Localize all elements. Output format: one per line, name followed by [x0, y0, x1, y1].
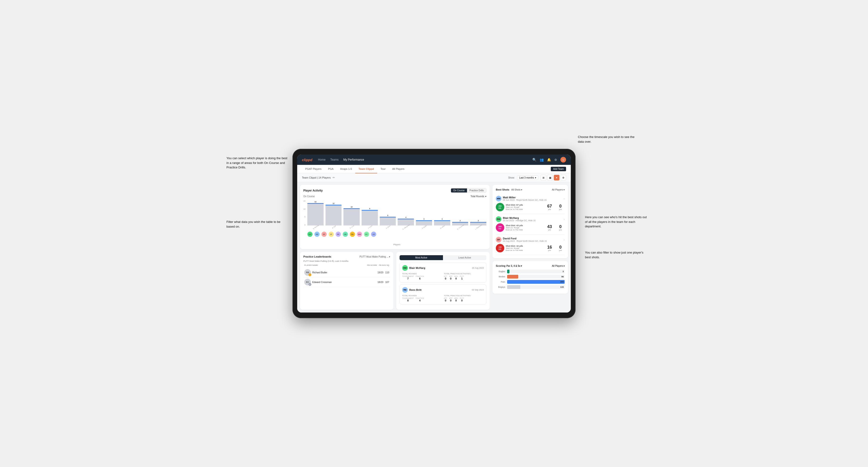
eagles-val: 3	[563, 270, 564, 273]
stats-sub-row-acts-2: GTT 0 APP 0	[444, 298, 484, 302]
course-toggle-group: On Course Practice Drills	[451, 188, 486, 193]
chevron-down-icon: ▾	[521, 188, 522, 191]
all-shots-dropdown[interactable]: All Shots ▾	[511, 188, 522, 191]
annotation-top-right: Choose the timescale you wish to see the…	[578, 135, 637, 144]
page-wrapper: Choose the timescale you wish to see the…	[292, 149, 576, 318]
stats-arg-2: ARG 0	[454, 298, 458, 302]
lb-player-2: EC 2 Edward Crossman	[304, 279, 375, 285]
annotation-left-top: You can select which player is doing the…	[226, 156, 288, 170]
tab-hcaps[interactable]: Hcaps 1-5	[337, 165, 355, 173]
shot-stats-2: 200SG Shot Dist: 43 yds Start Lie: Rough…	[496, 223, 565, 232]
shot-player-name-1: Matt Miller	[503, 196, 547, 199]
bell-icon[interactable]: 🔔	[547, 158, 551, 161]
lb-dropdown[interactable]: PUTT Must Make Putting ... ▾	[360, 255, 390, 258]
practice-drills-toggle[interactable]: Practice Drills	[467, 188, 486, 192]
all-players-dropdown[interactable]: All Players ▾	[552, 188, 565, 191]
active-player-header-1: BM Blair McHarg 26 Aug 2023	[402, 265, 484, 271]
scoring-bar-birdies: Birdies 96	[496, 275, 565, 279]
tab-all-players[interactable]: All Players	[389, 165, 408, 173]
chevron-down-icon: ▾	[535, 177, 536, 179]
shot-player-detail-2: 23 Jul 2023 · Aldridge GC, Hole 15	[503, 219, 536, 222]
scoring-players-dropdown[interactable]: All Players ▾	[552, 264, 565, 267]
bar-chart: 15 10 5 0 13 12	[303, 199, 486, 246]
all-players-label: All Players	[552, 188, 563, 191]
stats-tournament-2: Tournament 8	[402, 298, 414, 302]
tab-team-clippd[interactable]: Team Clippd	[355, 165, 377, 173]
bar-col-bm: 13	[307, 201, 323, 225]
on-course-toggle[interactable]: On Course	[451, 188, 467, 192]
eagles-bar-bg: 3	[507, 270, 565, 273]
scoring-bar-bogeys: Bogeys 115	[496, 285, 565, 289]
add-team-button[interactable]: Add Team	[551, 167, 566, 171]
lb-row-2[interactable]: EC 2 Edward Crossman 18/20 107	[303, 277, 390, 287]
shot-metric-unit-2: yds	[545, 229, 555, 231]
best-shots-header: Best Shots All Shots ▾ All Players ▾	[496, 188, 565, 191]
eagles-bar-fill	[507, 270, 509, 273]
bars-row: 13 12 10 9 5 4	[307, 199, 486, 225]
bogeys-label: Bogeys	[496, 286, 505, 288]
chart-metric-dropdown[interactable]: Total Rounds ▾	[470, 195, 486, 198]
gtt-label-2: GTT	[444, 298, 447, 299]
bar-highlight	[326, 205, 342, 206]
shot-info-1: Shot Dist: 67 yds Start Lie: Rough End L…	[506, 204, 543, 210]
shot-badge-3: 198SG	[496, 244, 504, 252]
lb-avatar-2: EC 2	[304, 279, 311, 285]
chevron-right-icon-3: ›	[563, 238, 565, 242]
practice-leaderboards-card: Practice Leaderboards PUTT Must Make Put…	[300, 252, 394, 310]
shot-dist-1: Shot Dist: 67 yds	[506, 204, 543, 206]
stats-tournament-1: Tournament 7	[402, 276, 414, 280]
shot-row-2[interactable]: BM Blair McHarg 23 Jul 2023 · Aldridge G…	[496, 214, 565, 235]
shot-avatar-1: MM	[496, 196, 501, 201]
nav-link-home[interactable]: Home	[318, 158, 326, 161]
stats-practice-acts-2: Total Practice Activities GTT 0 APP	[444, 294, 484, 302]
show-label: Show:	[508, 177, 515, 179]
chart-avatars-row: BMBBDFJCEEGBRBMMECLR	[307, 231, 486, 237]
main-content: Player Activity On Course Practice Drill…	[297, 182, 571, 312]
arg-val: 0	[454, 277, 458, 280]
grid-view-button[interactable]: ⊞	[540, 175, 546, 181]
stats-label-rounds: Total Rounds	[402, 273, 442, 275]
tab-pgat-players[interactable]: PGAT Players	[302, 165, 325, 173]
pars-val: 499	[560, 281, 564, 283]
nav-link-performance[interactable]: My Performance	[343, 158, 364, 161]
scoring-tabs: Scoring Par 3, 4 & 5s ▾	[496, 264, 522, 267]
users-icon[interactable]: 👥	[540, 158, 544, 161]
nav-link-teams[interactable]: Teams	[330, 158, 338, 161]
heart-view-button[interactable]: ♥	[554, 175, 559, 181]
scoring-par-dropdown[interactable]: Par 3, 4 & 5s ▾	[506, 264, 522, 267]
avatar[interactable]: U	[560, 157, 566, 162]
putt-val-2: 0	[460, 299, 464, 302]
tournament-label-2: Tournament	[402, 298, 414, 299]
bar-highlight	[398, 219, 414, 219]
settings-view-button[interactable]: ⚙	[560, 175, 566, 181]
edit-icon[interactable]: ✏	[333, 176, 335, 179]
shot-player-details-1: Matt Miller 09 Jun 2023 · Royal North De…	[503, 196, 547, 201]
app-val: 0	[449, 277, 453, 280]
best-shots-tab[interactable]: Best Shots	[496, 188, 509, 191]
shot-row-3[interactable]: DF David Ford 24 Aug 2023 · Royal North …	[496, 235, 565, 255]
chart-avatar-ee: EE	[336, 231, 341, 237]
most-active-tab[interactable]: Most Active	[400, 255, 443, 260]
shot-zero-unit-2: yds	[556, 229, 565, 231]
time-filter-dropdown[interactable]: Last 3 months ▾	[517, 176, 538, 180]
stats-label-rounds-2: Total Rounds	[402, 294, 442, 297]
shot-metric-val-3: 16	[545, 245, 555, 249]
active-tabs: Most Active Least Active	[400, 255, 486, 260]
lb-row-1[interactable]: RB 1 Richard Butler 19/20 110	[303, 268, 390, 277]
least-active-tab[interactable]: Least Active	[443, 255, 486, 260]
plus-circle-icon[interactable]: ⊕	[554, 158, 557, 161]
list-view-button[interactable]: ▦	[547, 175, 553, 181]
shot-row-1[interactable]: MM Matt Miller 09 Jun 2023 · Royal North…	[496, 193, 565, 214]
tab-tour[interactable]: Tour	[377, 165, 389, 173]
search-icon[interactable]: 🔍	[532, 158, 536, 161]
lb-name-1: Richard Butler	[312, 271, 327, 274]
bar-value: 2	[478, 220, 479, 221]
bar-col-rb: 3	[416, 218, 432, 225]
birdies-label: Birdies	[496, 276, 505, 278]
tab-pga[interactable]: PGA	[325, 165, 337, 173]
arg-val-2: 0	[454, 299, 458, 302]
shot-player-details-2: Blair McHarg 23 Jul 2023 · Aldridge GC, …	[503, 217, 536, 222]
chart-avatar-gb: GB	[343, 231, 348, 237]
chart-metric-label: Total Rounds	[470, 195, 484, 198]
practice-value-1: 6	[415, 277, 424, 280]
